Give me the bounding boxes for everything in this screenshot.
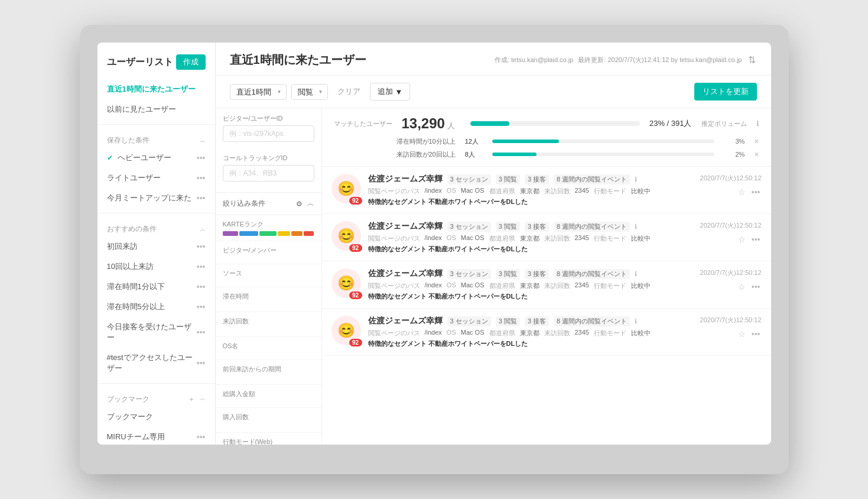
visitor-id-input[interactable]: [223, 125, 314, 142]
dots-menu-icon[interactable]: •••: [197, 282, 206, 291]
bookmark-icon-2[interactable]: ☆: [737, 234, 747, 245]
sub-stat-count-1: 12人: [465, 137, 483, 146]
sidebar-item-miru-team[interactable]: MIRUチーム専用 •••: [97, 427, 215, 445]
sidebar-item-test-access[interactable]: #testでアクセスしたユーザー •••: [97, 348, 215, 378]
sidebar-item-stay-1min[interactable]: 滞在時間1分以下 •••: [97, 277, 215, 297]
dots-menu-icon[interactable]: •••: [197, 328, 206, 337]
bookmark-icon-4[interactable]: ☆: [737, 328, 747, 340]
karte-bar-2: [239, 231, 258, 236]
info-icon-user-3: ℹ: [635, 270, 637, 278]
events-badge-1: 8 週間内の閲覧イベント: [554, 174, 630, 184]
query-select[interactable]: 閲覧: [291, 84, 328, 100]
user-card-right-4: 2020/7/7(火)12:50:12 ☆ •••: [700, 316, 762, 340]
updated-by: 最終更新: 2020/7/7(火)12:41:12 by tetsu.kan@p…: [578, 56, 742, 64]
more-icon-2[interactable]: •••: [750, 234, 762, 245]
contacts-badge-3: 3 接客: [525, 269, 549, 279]
sidebar-item-heavy-user[interactable]: ✔ ヘビーユーザー •••: [97, 148, 215, 168]
karte-bar-3: [259, 231, 277, 236]
user-name-3[interactable]: 佐渡ジェームズ幸輝: [368, 268, 443, 279]
sidebar-item-first-visit[interactable]: 初回来訪 •••: [97, 236, 215, 257]
sidebar-item-stay-5min[interactable]: 滞在時間5分以上 •••: [97, 297, 215, 317]
remove-icon-1[interactable]: ×: [754, 137, 759, 146]
time-select-wrapper: 直近1時間: [230, 84, 287, 100]
matched-unit: 人: [447, 121, 455, 131]
matched-label-block: マッチしたユーザー: [334, 119, 392, 128]
create-button[interactable]: 作成: [176, 54, 206, 70]
chevron-up-icon[interactable]: ︿: [307, 199, 314, 209]
avatar-wrapper-3: 😊 92: [331, 268, 361, 298]
update-list-button[interactable]: リストを更新: [694, 83, 757, 101]
path-label-2: 閲覧ページのパス: [368, 234, 420, 243]
sidebar-item-active[interactable]: 直近1時間に来たユーザー: [97, 79, 215, 99]
visit-count-label: 来訪回数: [223, 317, 314, 326]
karte-bar-1: [223, 231, 238, 236]
segment-value-1: 不動産ホワイトペーパーをDLした: [428, 198, 528, 205]
more-icon-1[interactable]: •••: [750, 186, 762, 198]
os-value-4: Mac OS: [461, 329, 485, 338]
sidebar-item-bookmark[interactable]: ブックマーク: [97, 407, 215, 427]
sidebar-item-10visits[interactable]: 10回以上来訪 •••: [97, 257, 215, 277]
time-select[interactable]: 直近1時間: [230, 84, 287, 100]
more-icon-3[interactable]: •••: [750, 281, 762, 293]
visitor-member-label: ビジター/メンバー: [223, 246, 314, 255]
add-button[interactable]: 追加 ▼: [370, 83, 411, 101]
sessions-badge-4: 3 セッション: [447, 316, 491, 326]
plus-icon[interactable]: ＋: [188, 394, 195, 404]
path-value-2: /index: [425, 234, 442, 243]
user-name-1[interactable]: 佐渡ジェームズ幸輝: [368, 174, 443, 184]
questions-badge-1: 3 閲覧: [496, 174, 520, 184]
stats-section: マッチしたユーザー 13,290 人 23% / 391人 推定ボリューム: [322, 108, 771, 167]
user-card-right-2: 2020/7/7(火)12:50:12 ☆ •••: [700, 221, 762, 245]
header-meta: 作成: tetsu.kan@plaid.co.jp 最終更新: 2020/7/7…: [495, 53, 757, 67]
filter-os-name: OS名: [216, 337, 321, 360]
main-progress-fill: [470, 121, 509, 126]
dots-menu-icon[interactable]: •••: [197, 302, 206, 312]
path-value-1: /index: [425, 187, 442, 196]
gear-icon[interactable]: ⚙: [296, 200, 303, 208]
remove-icon-2[interactable]: ×: [754, 150, 759, 159]
filter-purchase-count: 購入回数: [216, 408, 321, 433]
user-name-4[interactable]: 佐渡ジェームズ幸輝: [368, 316, 443, 326]
sessions-badge-1: 3 セッション: [447, 174, 491, 184]
dots-menu-icon[interactable]: •••: [197, 432, 206, 442]
os-label-1: OS: [447, 187, 456, 196]
sidebar-item-light-user[interactable]: ライトユーザー •••: [97, 168, 215, 188]
prefecture-value-3: 東京都: [520, 281, 539, 290]
user-info-top-4: 佐渡ジェームズ幸輝 3 セッション 3 閲覧 3 接客 8 週間内の閲覧イベント…: [368, 316, 693, 326]
sidebar-item-today-contact[interactable]: 今日接客を受けたユーザー •••: [97, 317, 215, 348]
sidebar-item-meetup[interactable]: 今月ミートアップに来た •••: [97, 188, 215, 208]
visits-label-4: 来訪回数: [544, 329, 570, 338]
score-badge-1: 92: [349, 197, 362, 205]
stay-time-label: 滞在時間: [223, 292, 314, 301]
sidebar-section-recommended: おすすめの条件 ︿: [97, 218, 215, 236]
main-right: マッチしたユーザー 13,290 人 23% / 391人 推定ボリューム: [322, 108, 771, 445]
query-select-wrapper: 閲覧: [291, 84, 328, 100]
dots-menu-icon[interactable]: •••: [197, 242, 206, 251]
sort-icon[interactable]: ⇅: [747, 53, 757, 67]
segment-value-4: 不動産ホワイトペーパーをDLした: [428, 340, 528, 347]
os-value-2: Mac OS: [461, 234, 485, 243]
dots-menu-icon[interactable]: •••: [197, 153, 206, 163]
sidebar-item-recently-seen[interactable]: 以前に見たユーザー: [97, 99, 215, 119]
user-name-2[interactable]: 佐渡ジェームズ幸輝: [368, 221, 443, 232]
visitor-id-label: ビジター/ユーザーID: [223, 114, 314, 123]
call-tracking-input[interactable]: [223, 165, 314, 182]
dots-menu-icon[interactable]: •••: [197, 358, 206, 368]
os-name-bars: [223, 353, 314, 355]
mode-label-1: 行動モード: [594, 187, 626, 196]
visit-count-bars: [223, 328, 314, 332]
chevron-up-icon-3: ︿: [200, 394, 206, 404]
bookmark-icon-1[interactable]: ☆: [737, 186, 747, 198]
more-icon-4[interactable]: •••: [750, 328, 762, 340]
bookmark-icon-3[interactable]: ☆: [737, 281, 747, 293]
path-value-4: /index: [425, 329, 442, 338]
clear-button[interactable]: クリア: [333, 83, 365, 100]
timestamp-3: 2020/7/7(火)12:50:12: [700, 268, 762, 277]
sessions-badge-3: 3 セッション: [447, 269, 491, 279]
dots-menu-icon[interactable]: •••: [197, 193, 206, 203]
info-icon-user-1: ℹ: [635, 176, 637, 183]
mode-value-4: 比較中: [631, 329, 651, 338]
dots-menu-icon[interactable]: •••: [197, 173, 206, 183]
filter-stay-time: 滞在時間: [216, 287, 321, 312]
dots-menu-icon[interactable]: •••: [197, 262, 206, 271]
